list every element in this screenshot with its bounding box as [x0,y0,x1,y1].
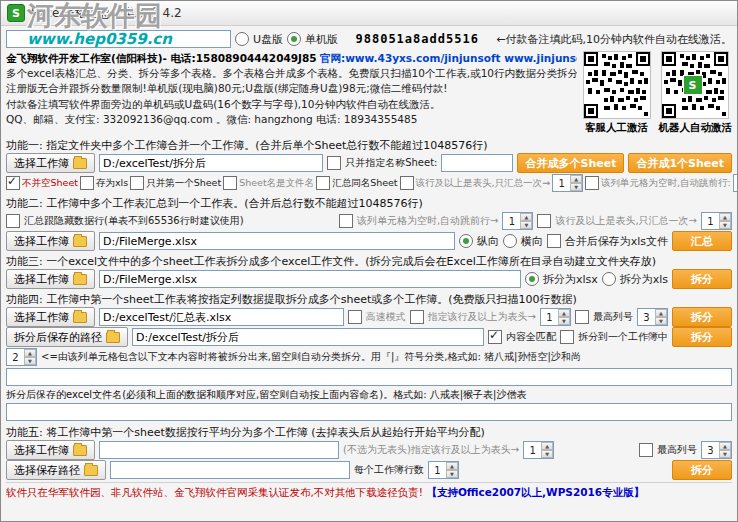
spinner-down-icon[interactable] [446,470,458,478]
usb-version-radio[interactable] [235,32,249,46]
func1-header-once-checkbox[interactable] [400,176,414,190]
qr-zone: 客服人工激活 S 机器人自动激活 [583,51,733,135]
studio-site-link[interactable]: 官网:www.43yxs.com/jinjunsoft www.jinjunso… [320,52,577,64]
func1-select-workbook-button[interactable]: 选择工作簿 [6,153,95,173]
spinner-down-icon[interactable] [570,183,582,191]
spinner-down-icon[interactable] [655,317,667,325]
func5-maxcol-label: 最高列号 [657,443,697,457]
spinner-down-icon[interactable] [558,317,570,325]
func4-full-match-checkbox[interactable] [488,330,502,344]
standalone-version-radio[interactable] [287,32,301,46]
activation-row: U盘版 单机版 988051a8add5516 ←付款备注填此码,10分钟内软件… [6,29,732,49]
usb-version-label: U盘版 [253,32,283,47]
func2-vertical-radio[interactable] [459,234,473,248]
func5-split-button[interactable]: 拆分 [672,460,732,480]
machine-code-input[interactable] [6,30,231,48]
func4-header-checkbox[interactable] [410,310,424,324]
func1-path-input[interactable] [99,154,323,172]
func4-filter-text-input[interactable] [6,368,732,386]
spinner-down-icon[interactable] [520,221,532,229]
func3-xls-radio[interactable] [602,272,616,286]
spinner-down-icon[interactable] [24,357,36,365]
spinner-up-icon[interactable] [558,309,570,317]
func5-maxcol-checkbox[interactable] [639,443,653,457]
activation-hint: ←付款备注填此码,10分钟内软件自动在线激活。 [496,32,732,47]
spinner-up-icon[interactable] [541,442,553,450]
standalone-version-label: 单机版 [305,32,338,47]
func2-header-once-value: 1 [702,213,719,229]
func1-header-once-label: 该行及以上是表头,只汇总一次→ [416,177,550,190]
func1-merge-multi-button[interactable]: 合并成多个Sheet [517,153,624,173]
func5-maxcol-spinner[interactable]: 3 [701,441,732,459]
func4-select-workbook-button[interactable]: 选择工作簿 [6,307,95,327]
func2-header-once-spinner[interactable]: 1 [701,212,732,230]
func1-save-xls-checkbox[interactable] [80,176,94,190]
func4-header-spinner[interactable]: 1 [540,308,571,326]
func4-maxcol-spinner[interactable]: 3 [637,308,668,326]
spinner-down-icon[interactable] [719,450,731,458]
func2-path-input[interactable] [99,232,455,250]
func2-horizontal-radio[interactable] [503,234,517,248]
func3-xlsx-label: 拆分为xlsx [543,272,598,287]
func2-select-workbook-button[interactable]: 选择工作簿 [6,231,95,251]
func2-merge-button[interactable]: 汇总 [672,231,732,251]
func1-merge-same-checkbox[interactable] [316,176,330,190]
func3-path-input[interactable] [99,270,521,288]
spinner-up-icon[interactable] [655,309,667,317]
func1-sheetname-label: Sheet名是文件名 [239,177,314,190]
func1-only-named-checkbox[interactable] [327,156,341,170]
func1-empty-skip-spinner[interactable]: 1 [733,174,737,192]
func5-rows-value: 1 [429,462,446,478]
func4-column-value: 2 [7,349,24,365]
func4-filename-input[interactable] [6,403,732,421]
spinner-up-icon[interactable] [520,213,532,221]
func5-save-path-input[interactable] [110,461,350,479]
func1-named-sheet-input[interactable] [441,154,513,172]
func1-header-once-spinner[interactable]: 1 [552,174,583,192]
func5-path-input[interactable] [99,441,339,459]
func4-split-button-1[interactable]: 拆分 [672,307,732,327]
func4-split-button-2[interactable]: 拆分 [672,327,732,347]
func3-split-button[interactable]: 拆分 [672,269,732,289]
func1-select-workbook-label: 选择工作簿 [14,156,69,171]
func3-xlsx-radio[interactable] [525,272,539,286]
func2-empty-skip-checkbox[interactable] [339,214,353,228]
func4-column-spinner[interactable]: 2 [6,348,37,366]
func1-only-named-label: 只并指定名称Sheet: [345,156,437,170]
func5-rows-spinner[interactable]: 1 [428,461,459,479]
func2-header-once-checkbox[interactable] [537,214,551,228]
qr-robot-label: 机器人自动激活 [659,121,733,135]
spinner-up-icon[interactable] [446,462,458,470]
func5-save-path-button-label: 选择保存路径 [14,463,80,478]
func2-save-xls-checkbox[interactable] [547,234,561,248]
spinner-up-icon[interactable] [719,442,731,450]
func5-select-workbook-button[interactable]: 选择工作簿 [6,440,95,460]
func1-skip-empty-checkbox[interactable] [6,176,20,190]
spinner-down-icon[interactable] [719,221,731,229]
header-info: 金飞翔软件开发工作室(信阳科技)- 电话:15808904442049J85 官… [6,51,732,135]
qr-customer-service: 客服人工激活 [583,51,651,135]
func5-header-spinner[interactable]: 1 [523,441,554,459]
func3-select-workbook-label: 选择工作簿 [14,272,69,287]
func4-fast-mode-checkbox[interactable] [348,310,362,324]
spinner-up-icon[interactable] [719,213,731,221]
func1-merge-one-button[interactable]: 合并成1个Sheet [628,153,732,173]
spinner-up-icon[interactable] [570,175,582,183]
func1-first-only-checkbox[interactable] [130,176,144,190]
func3-select-workbook-button[interactable]: 选择工作簿 [6,269,95,289]
func2-save-xls-label: 合并后保存为xls文件 [565,234,668,249]
func5-save-path-button[interactable]: 选择保存路径 [6,460,106,480]
footer-notice: 软件只在华军软件园、非凡软件站、金飞翔软件官网采集认证发布,不对其他下载途径负责… [6,486,423,498]
spinner-up-icon[interactable] [24,349,36,357]
func2-empty-skip-spinner[interactable]: 1 [502,212,533,230]
spinner-down-icon[interactable] [541,450,553,458]
func2-hidden-rows-checkbox[interactable] [6,214,20,228]
func4-path-input[interactable] [99,308,344,326]
func4-to-one-checkbox[interactable] [560,330,574,344]
func1-empty-skip-checkbox[interactable] [585,176,599,190]
func1-sheetname-checkbox[interactable] [223,176,237,190]
func1-section: 功能一: 指定文件夹中多个工作簿合并一个工作簿。(合并后单个Sheet总行数不能… [6,137,732,193]
func4-maxcol-checkbox[interactable] [575,310,589,324]
func4-save-path-button[interactable]: 拆分后保存的路径 [6,327,128,347]
func4-save-path-input[interactable] [132,328,484,346]
